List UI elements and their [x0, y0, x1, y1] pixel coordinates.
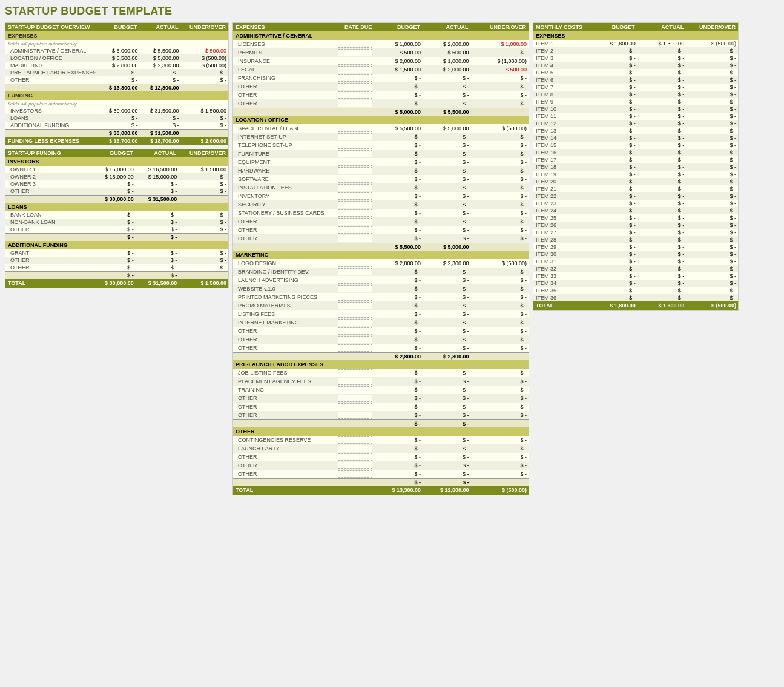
table-row: OTHER$ -$ -$ -	[233, 91, 529, 99]
table-row: OTHER$ -$ -$ -	[5, 76, 228, 84]
list-item: ITEM 6$ -$ -$ -	[533, 76, 738, 84]
list-item: ITEM 24$ -$ -$ -	[533, 207, 738, 214]
table-row: LAUNCH PARTY$ -$ -$ -	[233, 444, 529, 453]
other-subtotal: $ - $ -	[233, 479, 529, 487]
list-item: ITEM 29$ -$ -$ -	[533, 243, 738, 251]
table-row: OTHER$ -$ -$ -	[233, 217, 529, 226]
list-item: ITEM 14$ -$ -$ -	[533, 134, 738, 142]
list-item: ITEM 21$ -$ -$ -	[533, 185, 738, 192]
table-row: JOB-LISTING FEES$ -$ -$ -	[233, 369, 529, 377]
additional-subtotal: $ - $ -	[5, 272, 228, 280]
monthly-total-row: TOTAL $ 1,800.00 $ 1,300.00 $ (500.00)	[533, 301, 738, 310]
list-item: ITEM 27$ -$ -$ -	[533, 229, 738, 236]
table-row: ADMINISTRATIVE / GENERAL$ 5,000.00$ 5,50…	[5, 47, 228, 54]
table-row: LOCATION / OFFICE$ 5,500.00$ 5,000.00$ (…	[5, 54, 228, 62]
table-row: PLACEMENT AGENCY FEES$ -$ -$ -	[233, 377, 529, 386]
list-item: ITEM 9$ -$ -$ -	[533, 98, 738, 105]
overview-col-budget: BUDGET	[99, 23, 140, 31]
expenses-col-actual: ACTUAL	[423, 23, 471, 31]
page-title: STARTUP BUDGET TEMPLATE	[5, 5, 779, 18]
table-row: OTHER$ -$ -$ -	[233, 394, 529, 403]
list-item: ITEM 4$ -$ -$ -	[533, 62, 738, 69]
table-row: INVENTORY$ -$ -$ -	[233, 192, 529, 200]
table-row: NON-BANK LOAN$ -$ -$ -	[5, 219, 228, 226]
monthly-col-budget: BUDGET	[588, 23, 637, 31]
loans-section: LOANS	[5, 203, 228, 211]
list-item: ITEM 13$ -$ -$ -	[533, 127, 738, 134]
expenses-section-header: EXPENSES	[5, 31, 228, 40]
marketing-subtotal: $ 2,800.00 $ 2,300.00	[233, 353, 529, 361]
table-row: ADDITIONAL FUNDING$ -$ -$ -	[5, 122, 228, 130]
main-layout: START-UP BUDGET OVERVIEW BUDGET ACTUAL U…	[5, 22, 779, 495]
funding-subtotal-actual: $ 31,500.00	[140, 130, 181, 137]
table-row: INVESTORS$ 30,000.00$ 31,500.00$ 1,500.0…	[5, 107, 228, 114]
list-item: ITEM 26$ -$ -$ -	[533, 222, 738, 229]
table-row: SOFTWARE$ -$ -$ -	[233, 175, 529, 183]
table-row: PERMITS$ 500.00$ 500.00$ -	[233, 48, 529, 57]
table-row: INSURANCE$ 2,000.00$ 1,000.00$ (1,000.00…	[233, 57, 529, 65]
table-row: SECURITY$ -$ -$ -	[233, 200, 529, 209]
location-section-header: LOCATION / OFFICE	[233, 116, 529, 124]
table-row: OTHER$ -$ -$ -	[233, 470, 529, 479]
investors-section: INVESTORS	[5, 157, 228, 166]
funding-total-row: TOTAL $ 30,000.00 $ 31,500.00 $ 1,500.00	[5, 279, 228, 288]
list-item: ITEM 15$ -$ -$ -	[533, 142, 738, 149]
list-item: ITEM 31$ -$ -$ -	[533, 258, 738, 265]
monthly-col-under: UNDER/OVER	[686, 23, 738, 31]
list-item: ITEM 17$ -$ -$ -	[533, 156, 738, 163]
monthly-expenses-section: EXPENSES	[533, 31, 738, 40]
table-row: OWNER 1$ 15,000.00$ 16,500.00$ 1,500.00	[5, 166, 228, 173]
overview-col-actual: ACTUAL	[140, 23, 181, 31]
table-row: INTERNET SET-UP$ -$ -$ -	[233, 133, 529, 141]
list-item: ITEM 32$ -$ -$ -	[533, 265, 738, 272]
table-row: OTHER$ -$ -$ -	[233, 403, 529, 411]
table-row: OTHER$ -$ -$ -	[5, 264, 228, 272]
expenses-auto-row: fields will populate automatically	[5, 40, 228, 47]
table-row: OTHER$ -$ -$ -	[233, 461, 529, 470]
table-row: SPACE RENTAL / LEASE$ 5,500.00$ 5,000.00…	[233, 124, 529, 133]
list-item: ITEM 28$ -$ -$ -	[533, 236, 738, 243]
list-item: ITEM 5$ -$ -$ -	[533, 69, 738, 76]
list-item: ITEM 35$ -$ -$ -	[533, 287, 738, 294]
table-row: OTHER$ -$ -$ -	[233, 234, 529, 243]
table-row: GRANT$ -$ -$ -	[5, 249, 228, 257]
table-row: BANK LOAN$ -$ -$ -	[5, 211, 228, 219]
expenses-col-date: DATE DUE	[336, 23, 375, 31]
list-item: ITEM 10$ -$ -$ -	[533, 105, 738, 113]
table-row: OTHER$ -$ -$ -	[233, 226, 529, 234]
table-row: MARKETING$ 2,800.00$ 2,300.00$ (500.00)	[5, 62, 228, 69]
table-row: TRAINING$ -$ -$ -	[233, 386, 529, 394]
list-item: ITEM 11$ -$ -$ -	[533, 113, 738, 120]
table-row: WEBSITE v.1.0$ -$ -$ -	[233, 284, 529, 293]
table-row: LOGO DESIGN$ 2,800.00$ 2,300.00$ (500.00…	[233, 259, 529, 268]
list-item: ITEM 7$ -$ -$ -	[533, 84, 738, 91]
table-row: OTHER$ -$ -$ -	[233, 99, 529, 108]
table-row: PRE-LAUNCH LABOR EXPENSES$ -$ -$ -	[5, 69, 228, 76]
panel-overview: START-UP BUDGET OVERVIEW BUDGET ACTUAL U…	[5, 22, 229, 288]
list-item: ITEM 23$ -$ -$ -	[533, 200, 738, 207]
table-row: LOANS$ -$ -$ -	[5, 114, 228, 122]
table-row: LICENSES$ 1,000.00$ 2,000.00$ 1,000.00	[233, 40, 529, 48]
expenses-col-budget: BUDGET	[374, 23, 423, 31]
table-row: PROMO MATERIALS$ -$ -$ -	[233, 301, 529, 310]
table-row: CONTINGENCIES RESERVE$ -$ -$ -	[233, 436, 529, 444]
table-row: EQUIPMENT$ -$ -$ -	[233, 158, 529, 166]
admin-section-header: ADMINISTRATIVE / GENERAL	[233, 31, 529, 40]
table-row: INSTALLATION FEES$ -$ -$ -	[233, 183, 529, 192]
table-row: TELEPHONE SET-UP$ -$ -$ -	[233, 141, 529, 150]
table-row: BRANDING / IDENTITY DEV.$ -$ -$ -	[233, 268, 529, 276]
monthly-title: MONTHLY COSTS	[533, 23, 588, 31]
table-row: OTHER$ -$ -$ -	[5, 226, 228, 234]
expense-subtotal-row: $ 13,300.00 $ 12,800.00	[5, 84, 228, 92]
table-row: OTHER$ -$ -$ -	[233, 82, 529, 91]
funding-subtotal-budget: $ 30,000.00	[99, 130, 140, 137]
location-subtotal: $ 5,500.00 $ 5,000.00	[233, 243, 529, 251]
list-item: ITEM 3$ -$ -$ -	[533, 54, 738, 62]
list-item: ITEM 12$ -$ -$ -	[533, 120, 738, 127]
list-item: ITEM 25$ -$ -$ -	[533, 214, 738, 222]
table-row: OTHER$ -$ -$ -	[233, 453, 529, 461]
investors-subtotal: $ 30,000.00 $ 31,500.00	[5, 196, 228, 203]
list-item: ITEM 20$ -$ -$ -	[533, 178, 738, 185]
startup-funding-header-row: START-UP FUNDING BUDGET ACTUAL UNDER/OVE…	[5, 149, 228, 157]
table-row: STATIONERY / BUSINESS CARDS$ -$ -$ -	[233, 209, 529, 217]
